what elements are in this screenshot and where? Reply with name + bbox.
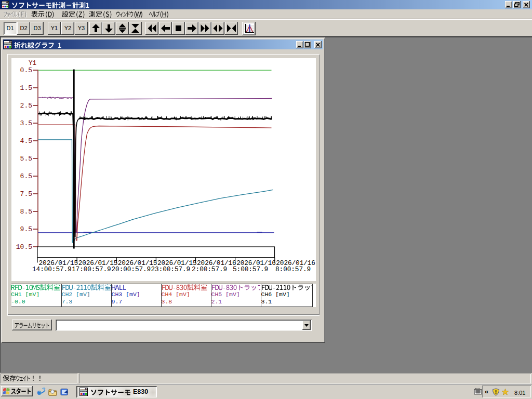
svg-text:e: e [37,387,41,397]
